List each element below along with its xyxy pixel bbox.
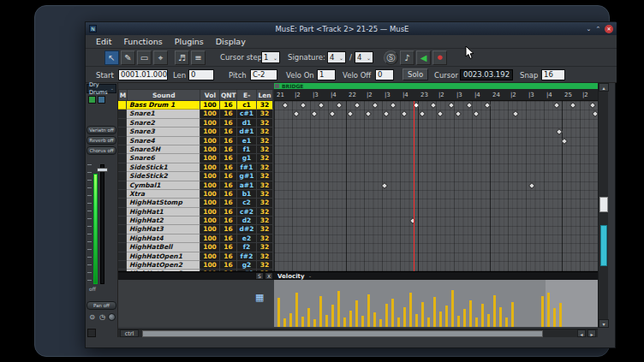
note-diamond[interactable] <box>465 102 472 109</box>
velocity-bar[interactable] <box>343 317 346 327</box>
drum-value-cell[interactable]: c2 <box>237 199 257 207</box>
pitch-select[interactable]: C-2 <box>250 69 277 80</box>
drum-value-cell[interactable]: d2 <box>237 217 257 225</box>
pan-button[interactable]: Pan off <box>86 301 116 310</box>
note-diamond[interactable] <box>383 110 390 117</box>
velocity-bar[interactable] <box>463 309 466 327</box>
drum-value-cell[interactable] <box>118 101 127 110</box>
drum-value-cell[interactable] <box>118 225 127 234</box>
drum-value-cell[interactable] <box>118 199 127 207</box>
drum-row[interactable]: HighHatOpen110016f#232 <box>118 252 274 261</box>
note-diamond[interactable] <box>354 102 361 109</box>
title-bar[interactable]: N MusE: Part <Track 2> 21-25 — MusE ⌄ ⌃ … <box>86 22 617 35</box>
note-diamond[interactable] <box>365 110 372 117</box>
part-bar[interactable]: BRIDGE <box>274 83 598 89</box>
drum-value-cell[interactable] <box>118 163 127 172</box>
velocity-bar[interactable] <box>331 305 334 327</box>
drum-value-cell[interactable]: 16 <box>220 119 237 128</box>
note-diamond[interactable] <box>553 102 560 109</box>
velocity-bar[interactable] <box>541 296 544 327</box>
controller-close-button[interactable]: X <box>265 272 273 280</box>
drum-sound-cell[interactable]: Cymbal1 <box>127 181 200 190</box>
vertical-scrollbar[interactable]: ▴ ▾ <box>598 83 608 328</box>
drum-value-cell[interactable]: 100 <box>200 128 220 136</box>
drum-value-cell[interactable] <box>118 190 127 199</box>
col-enote[interactable]: E-Note <box>237 90 257 100</box>
velocity-bar[interactable] <box>553 308 556 327</box>
midi-input-icon[interactable]: ♪ <box>400 50 414 65</box>
velocity-bar[interactable] <box>439 312 442 327</box>
drum-sound-cell[interactable]: HighHatStomp <box>127 199 200 207</box>
drum-sound-cell[interactable]: HighHat4 <box>127 234 200 243</box>
drum-value-cell[interactable]: 100 <box>200 243 220 252</box>
drum-row[interactable]: HighHatOpen210016g232 <box>118 261 274 270</box>
drum-value-cell[interactable]: g#1 <box>237 172 257 181</box>
drum-sound-cell[interactable]: SideStick2 <box>127 172 200 181</box>
col-mute[interactable]: M <box>119 90 128 100</box>
drum-row[interactable]: HighHat310016d#232 <box>118 225 274 234</box>
speaker-icon[interactable]: ♬ <box>175 50 189 65</box>
drum-value-cell[interactable]: 32 <box>257 181 273 190</box>
drum-value-cell[interactable]: 32 <box>257 190 273 199</box>
pointer-tool-icon[interactable]: ↖ <box>104 50 119 65</box>
drum-value-cell[interactable] <box>118 172 127 181</box>
drum-value-cell[interactable]: 32 <box>257 252 273 261</box>
drum-value-cell[interactable]: 100 <box>200 225 220 234</box>
note-diamond[interactable] <box>381 181 388 188</box>
controller-select-icon[interactable]: ▦ <box>255 292 268 303</box>
drum-row[interactable]: Xtra10016b132 <box>118 190 274 199</box>
drum-row[interactable]: HighHat410016e232 <box>118 234 274 243</box>
drum-sound-cell[interactable]: Snare6 <box>127 154 200 163</box>
drum-value-cell[interactable]: 100 <box>200 199 220 207</box>
note-diamond[interactable] <box>483 102 490 109</box>
velocity-bar[interactable] <box>397 317 400 327</box>
variation-send-button[interactable]: Variatn off <box>86 126 116 134</box>
velocity-bar[interactable] <box>457 316 460 327</box>
drum-sound-cell[interactable]: Snare5H <box>127 145 200 154</box>
note-diamond[interactable] <box>429 102 436 109</box>
col-vol[interactable]: Vol <box>200 90 220 100</box>
drum-sound-cell[interactable]: HighHat1 <box>127 208 200 217</box>
drum-value-cell[interactable]: 100 <box>200 261 220 270</box>
drum-sound-cell[interactable]: HighHat3 <box>127 225 200 234</box>
drum-row[interactable]: Snare610016g132 <box>118 154 274 163</box>
drum-value-cell[interactable] <box>118 208 127 217</box>
drum-row[interactable]: Bass Drum 110016c132 <box>118 101 274 110</box>
drum-value-cell[interactable]: 32 <box>257 208 273 217</box>
drum-value-cell[interactable] <box>118 181 127 190</box>
velocity-bar[interactable] <box>493 295 496 327</box>
drum-row[interactable]: Snare5H10016f132 <box>118 145 274 154</box>
drum-value-cell[interactable]: 100 <box>200 137 220 145</box>
note-diamond[interactable] <box>591 110 598 117</box>
drum-row[interactable]: Snare210016d132 <box>118 119 274 128</box>
note-diamond[interactable] <box>512 110 519 117</box>
vertical-zoom-bar[interactable] <box>600 225 607 266</box>
scroll-down-icon[interactable]: ▾ <box>599 319 609 328</box>
drum-value-cell[interactable]: 32 <box>257 119 273 128</box>
note-diamond[interactable] <box>447 102 454 109</box>
drum-value-cell[interactable] <box>118 128 127 136</box>
velocity-bar[interactable] <box>325 315 328 327</box>
drum-value-cell[interactable]: e2 <box>237 234 257 243</box>
velocity-bar[interactable] <box>475 317 478 327</box>
drum-value-cell[interactable]: 16 <box>220 234 237 243</box>
col-len[interactable]: Len <box>257 90 273 100</box>
note-diamond[interactable] <box>419 110 426 117</box>
note-diamond[interactable] <box>282 102 289 109</box>
drum-sound-cell[interactable]: SideStick1 <box>127 163 200 172</box>
note-diamond[interactable] <box>437 110 444 117</box>
drum-value-cell[interactable]: 32 <box>257 261 273 270</box>
drum-row[interactable]: HighHat110016c#232 <box>118 208 274 217</box>
reverb-send-button[interactable]: Reverb off <box>86 136 116 145</box>
velocity-bar[interactable] <box>337 291 340 327</box>
note-diamond[interactable] <box>401 110 408 117</box>
note-diamond[interactable] <box>347 110 354 117</box>
signature-numerator-select[interactable]: 4⌄ <box>327 51 346 63</box>
menu-edit[interactable]: Edit <box>96 37 111 46</box>
drum-value-cell[interactable] <box>118 234 127 243</box>
drum-value-cell[interactable]: 32 <box>257 101 273 110</box>
col-qnt[interactable]: QNT <box>220 90 237 100</box>
menu-functions[interactable]: Functions <box>123 37 162 46</box>
drum-value-cell[interactable]: 16 <box>220 163 237 172</box>
horizontal-scroll-thumb[interactable] <box>142 330 543 337</box>
